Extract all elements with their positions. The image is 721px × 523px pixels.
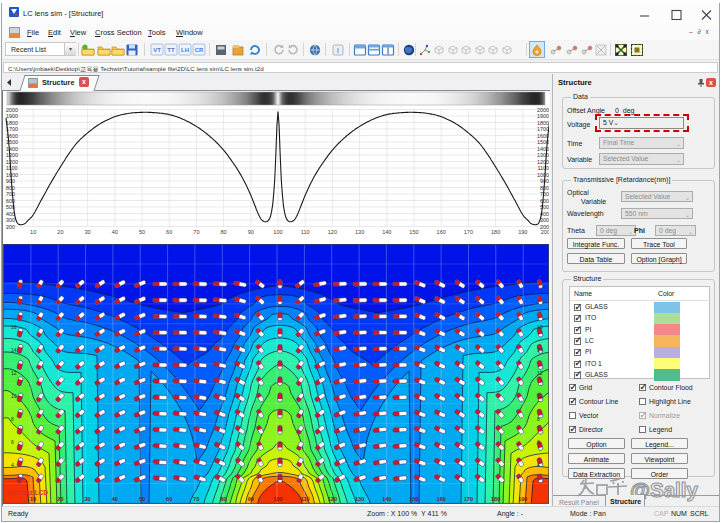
svg-text:90: 90 [248,229,254,235]
svg-text:150: 150 [409,495,418,501]
svg-text:110: 110 [301,495,310,501]
svg-text:1300: 1300 [537,152,549,158]
svg-text:14: 14 [11,347,17,353]
svg-text:6: 6 [537,439,540,445]
svg-text:400: 400 [6,211,15,217]
svg-text:2000: 2000 [6,107,18,113]
svg-text:700: 700 [6,191,15,197]
svg-text:30: 30 [84,495,90,501]
svg-text:300: 300 [6,217,15,223]
svg-text:8: 8 [11,416,14,422]
svg-text:90: 90 [248,495,254,501]
svg-text:100: 100 [273,495,282,501]
svg-text:VT: VT [153,47,161,53]
svg-text:120: 120 [328,229,337,235]
svg-text:180: 180 [491,495,500,501]
svg-text:6: 6 [11,439,14,445]
svg-text:170: 170 [464,229,473,235]
svg-text:160: 160 [437,229,446,235]
svg-text:50: 50 [139,495,145,501]
svg-text:190: 190 [518,229,527,235]
svg-text:200: 200 [6,224,15,230]
svg-text:10: 10 [537,393,543,399]
svg-text:4: 4 [11,462,14,468]
svg-text:1400: 1400 [6,146,18,152]
svg-text:1100: 1100 [537,165,549,171]
svg-text:1800: 1800 [537,120,549,126]
svg-text:150: 150 [409,229,418,235]
svg-text:1800: 1800 [6,120,18,126]
svg-text:20: 20 [57,229,63,235]
svg-text:180: 180 [491,229,500,235]
svg-text:TechWiz LCD: TechWiz LCD [7,489,48,496]
svg-text:1000: 1000 [6,172,18,178]
svg-text:12: 12 [537,370,543,376]
svg-text:60: 60 [166,229,172,235]
svg-text:1300: 1300 [6,152,18,158]
svg-text:70: 70 [193,495,199,501]
svg-text:8: 8 [537,416,540,422]
svg-text:1500: 1500 [6,139,18,145]
svg-text:1700: 1700 [537,126,549,132]
svg-text:1900: 1900 [6,113,18,119]
svg-text:16: 16 [11,324,17,330]
svg-text:1200: 1200 [6,159,18,165]
svg-text:1100: 1100 [6,165,18,171]
svg-text:1000: 1000 [537,172,549,178]
svg-text:60: 60 [166,495,172,501]
svg-text:14: 14 [537,347,543,353]
svg-text:i: i [337,46,339,55]
svg-text:190: 190 [518,495,527,501]
svg-text:130: 130 [355,495,364,501]
svg-text:80: 80 [220,229,226,235]
svg-text:1900: 1900 [537,113,549,119]
svg-text:10: 10 [11,393,17,399]
svg-text:50: 50 [139,229,145,235]
svg-text:16: 16 [537,324,543,330]
svg-text:30: 30 [84,229,90,235]
svg-text:300: 300 [540,217,549,223]
svg-text:80: 80 [220,495,226,501]
svg-text:700: 700 [540,191,549,197]
svg-text:110: 110 [301,229,310,235]
svg-text:120: 120 [328,495,337,501]
svg-text:LH: LH [181,47,189,53]
svg-text:20: 20 [57,495,63,501]
svg-text:600: 600 [540,198,549,204]
svg-text:2000: 2000 [537,107,549,113]
svg-text:900: 900 [6,178,15,184]
svg-text:140: 140 [382,495,391,501]
svg-text:800: 800 [6,185,15,191]
svg-text:TT: TT [167,47,175,53]
svg-text:500: 500 [540,204,549,210]
svg-text:100: 100 [273,229,282,235]
svg-text:40: 40 [112,495,118,501]
svg-text:10: 10 [30,495,36,501]
svg-text:200: 200 [541,229,549,235]
svg-text:70: 70 [193,229,199,235]
svg-text:160: 160 [437,495,446,501]
svg-text:12: 12 [11,370,17,376]
svg-text:40: 40 [112,229,118,235]
svg-text:4: 4 [537,462,540,468]
svg-text:140: 140 [382,229,391,235]
svg-text:130: 130 [355,229,364,235]
svg-text:170: 170 [464,495,473,501]
svg-text:10: 10 [30,229,36,235]
svg-text:CR: CR [195,47,204,53]
svg-text:1200: 1200 [537,159,549,165]
